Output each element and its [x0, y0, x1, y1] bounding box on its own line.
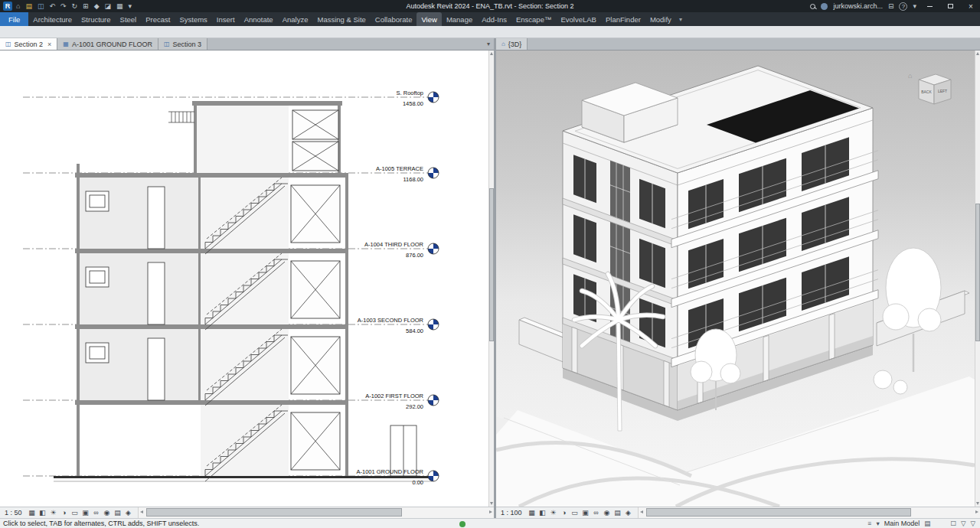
show-crop-region-icon[interactable]: ▣	[580, 509, 591, 517]
viewcube-face-left[interactable]: LEFT	[938, 89, 947, 93]
visual-style-icon[interactable]: ◧	[537, 509, 548, 517]
file-menu-button[interactable]: File	[0, 12, 28, 26]
temporary-view-properties-icon[interactable]: ▤	[612, 509, 623, 517]
ribbon-tab-enscape[interactable]: Enscape™	[511, 12, 556, 26]
scroll-up-icon[interactable]	[976, 52, 979, 55]
reveal-hidden-elements-icon[interactable]: ◉	[602, 509, 612, 517]
scale-button[interactable]: 1 : 100	[496, 509, 527, 517]
help-dropdown-icon[interactable]: ▾	[913, 2, 916, 10]
design-options-icon[interactable]: ▤	[924, 520, 930, 527]
scroll-right-icon[interactable]	[489, 510, 492, 513]
tab-list-dropdown-icon[interactable]: ▾	[483, 38, 494, 50]
sun-path-icon[interactable]: ☀	[548, 509, 559, 517]
section-tool-icon[interactable]: ◪	[105, 0, 112, 12]
sync-icon[interactable]: ↻	[72, 0, 78, 12]
visual-style-icon[interactable]: ◧	[38, 509, 48, 517]
scrollbar-thumb[interactable]	[646, 508, 911, 517]
default-3d-view-icon[interactable]: ▦	[116, 0, 123, 12]
minimize-button[interactable]	[922, 0, 937, 12]
scrollbar-thumb[interactable]	[975, 204, 980, 341]
viewcube[interactable]: BACK LEFT ⌂	[906, 72, 962, 116]
level-annotation-third-floor[interactable]: A-1004 THIRD FLOOR 876.00	[364, 241, 439, 259]
ribbon-tab-massing-site[interactable]: Massing & Site	[312, 12, 370, 26]
ribbon-tab-view[interactable]: View	[416, 12, 441, 26]
view-tab-ground-floor[interactable]: ▦ A-1001 GROUND FLOOR	[57, 38, 158, 50]
ribbon-tab-evolvelab[interactable]: EvolveLAB	[556, 12, 600, 26]
horizontal-scrollbar[interactable]	[638, 507, 980, 518]
worksets-icon[interactable]: ≡	[867, 520, 871, 527]
section-drawing-canvas[interactable]: S. Rooftop 1458.00 A-1005 TERRACE 1168.0…	[0, 51, 488, 507]
level-annotation-first-floor[interactable]: A-1002 FIRST FLOOR 292.00	[365, 393, 439, 410]
show-crop-region-icon[interactable]: ▣	[80, 509, 91, 517]
reveal-hidden-elements-icon[interactable]: ◉	[102, 509, 113, 517]
ribbon-tab-collaborate[interactable]: Collaborate	[371, 12, 417, 26]
scroll-down-icon[interactable]	[490, 502, 493, 505]
ribbon-tab-manage[interactable]: Manage	[442, 12, 477, 26]
active-workset[interactable]: Main Model	[884, 520, 920, 527]
ribbon-tab-structure[interactable]: Structure	[77, 12, 116, 26]
temporary-view-properties-icon[interactable]: ▤	[113, 509, 123, 517]
level-annotation-terrace[interactable]: A-1005 TERRACE 1168.00	[376, 165, 439, 183]
analytical-model-icon[interactable]: ◈	[123, 509, 134, 517]
temporary-hide-isolate-icon[interactable]: ∞	[591, 509, 602, 517]
workset-dropdown-icon[interactable]: ▾	[876, 520, 879, 527]
ribbon-tab-insert[interactable]: Insert	[212, 12, 240, 26]
help-icon[interactable]: ?	[899, 2, 907, 11]
ribbon-tab-modify[interactable]: Modify	[645, 12, 676, 26]
analytical-model-icon[interactable]: ◈	[623, 509, 634, 517]
scroll-left-icon[interactable]	[140, 510, 143, 513]
viewcube-home-icon[interactable]: ⌂	[908, 72, 912, 80]
level-annotation-second-floor[interactable]: A-1003 SECOND FLOOR 584.00	[358, 317, 439, 334]
scroll-right-icon[interactable]	[975, 510, 978, 513]
temporary-hide-isolate-icon[interactable]: ∞	[91, 509, 102, 517]
scroll-up-icon[interactable]	[490, 52, 493, 55]
close-button[interactable]: ×	[963, 0, 978, 12]
save-icon[interactable]: ◫	[38, 0, 44, 12]
3d-view-canvas[interactable]: BACK LEFT ⌂	[496, 51, 975, 507]
crop-view-icon[interactable]: ▭	[70, 509, 80, 517]
horizontal-scrollbar[interactable]	[138, 507, 494, 518]
scale-button[interactable]: 1 : 50	[0, 509, 27, 517]
revit-app-icon[interactable]: R	[3, 2, 12, 11]
ribbon-tab-precast[interactable]: Precast	[141, 12, 175, 26]
ribbon-tab-planfinder[interactable]: PlanFinder	[601, 12, 645, 26]
measure-icon[interactable]: ◆	[94, 0, 100, 12]
view-tab-3d[interactable]: ⌂ {3D}	[496, 38, 528, 50]
ribbon-tab-systems[interactable]: Systems	[175, 12, 211, 26]
close-view-icon[interactable]: ×	[46, 41, 51, 48]
ribbon-tab-addins[interactable]: Add-Ins	[477, 12, 511, 26]
ribbon-tab-steel[interactable]: Steel	[116, 12, 142, 26]
sun-path-icon[interactable]: ☀	[48, 509, 59, 517]
open-file-icon[interactable]: ▤	[25, 0, 32, 12]
restore-button[interactable]	[942, 0, 958, 12]
user-avatar-icon[interactable]	[821, 3, 828, 10]
scrollbar-thumb[interactable]	[146, 508, 402, 517]
app-store-icon[interactable]: ⊟	[888, 2, 894, 10]
redo-icon[interactable]: ↷	[60, 0, 67, 12]
vertical-scrollbar[interactable]	[488, 51, 494, 507]
signed-in-user[interactable]: jurkowski.arch...	[833, 2, 883, 10]
qat-dropdown-icon[interactable]: ▾	[129, 0, 132, 12]
shadows-icon[interactable]: ◑	[559, 509, 570, 517]
ribbon-state-dropdown-icon[interactable]: ▾	[679, 12, 682, 26]
search-icon[interactable]	[810, 4, 815, 9]
shadows-icon[interactable]: ◑	[59, 509, 70, 517]
vertical-scrollbar[interactable]	[975, 51, 980, 507]
print-icon[interactable]: ⊞	[83, 0, 89, 12]
editable-only-checkbox[interactable]: ☐	[950, 520, 956, 527]
selection-filter-icon[interactable]: ▽	[970, 520, 975, 527]
ribbon-tab-annotate[interactable]: Annotate	[240, 12, 278, 26]
crop-view-icon[interactable]: ▭	[570, 509, 580, 517]
undo-icon[interactable]: ↶	[49, 0, 55, 12]
scroll-left-icon[interactable]	[640, 510, 643, 513]
detail-level-icon[interactable]: ▦	[527, 509, 537, 517]
detail-level-icon[interactable]: ▦	[27, 509, 38, 517]
ribbon-tab-analyze[interactable]: Analyze	[278, 12, 313, 26]
viewcube-face-back[interactable]: BACK	[921, 90, 932, 94]
home-icon[interactable]: ⌂	[16, 0, 20, 12]
scroll-down-icon[interactable]	[976, 502, 979, 505]
level-annotation-rooftop[interactable]: S. Rooftop 1458.00	[397, 90, 439, 107]
exclude-options-icon[interactable]: ▽	[961, 520, 966, 527]
view-tab-section-2[interactable]: ◫ Section 2 ×	[0, 38, 57, 50]
ribbon-tab-architecture[interactable]: Architecture	[28, 12, 77, 26]
